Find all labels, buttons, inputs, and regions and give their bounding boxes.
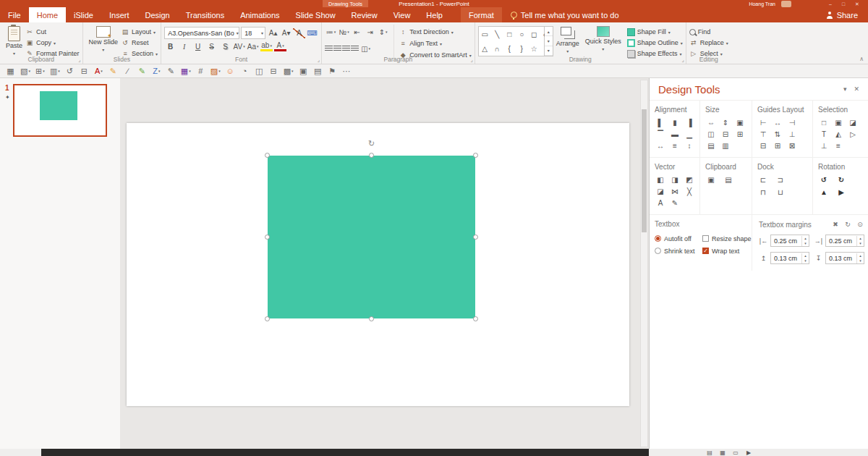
left-margin-input[interactable]: ▴▾	[770, 235, 809, 247]
rotation-handle-icon[interactable]: ↻	[368, 140, 375, 148]
slide-thumbnail[interactable]	[13, 84, 107, 137]
select-shapes-icon[interactable]: ◭	[833, 130, 844, 139]
guide-right-icon[interactable]: ⊣	[786, 118, 798, 127]
crop-icon[interactable]: ╳	[684, 187, 695, 196]
cut-button[interactable]: ✂ Cut	[25, 27, 80, 37]
smart-select-tool-icon[interactable]: ▧▾	[20, 66, 30, 77]
tab-insert[interactable]: Insert	[101, 7, 137, 22]
text-shadow-icon[interactable]: S	[219, 41, 231, 51]
equal-spacing-icon[interactable]: ≡	[669, 141, 681, 151]
tell-me-box[interactable]: Tell me what you want to do	[502, 7, 628, 22]
union-icon[interactable]: ◧	[655, 175, 666, 185]
layout-button[interactable]: ▤ Layout ▾	[121, 27, 158, 37]
match-size-icon[interactable]: ▣	[734, 118, 746, 127]
flag-tool-icon[interactable]: ⚑	[328, 66, 337, 77]
shape-rectangle-icon[interactable]: ▭	[479, 29, 491, 39]
tab-review[interactable]: Review	[344, 7, 386, 22]
scroll-down-icon[interactable]: ▾	[545, 36, 553, 46]
wrap-text-checkbox[interactable]: Wrap text	[702, 245, 750, 257]
bullets-icon[interactable]: ≔▾	[325, 27, 337, 37]
layout-tool-icon[interactable]: ▤	[313, 66, 323, 77]
shape-arc-icon[interactable]: ∩	[491, 43, 503, 54]
eyedropper-tool-icon[interactable]: ✎	[166, 66, 176, 77]
decrease-font-size-icon[interactable]: A▾	[280, 28, 292, 38]
subtract-icon[interactable]: ⋈	[669, 187, 681, 196]
shape-oval-icon[interactable]: ○	[516, 29, 528, 39]
font-family-combobox[interactable]: A3.OpenSans-San (Bo ▾	[164, 27, 239, 39]
edit-points-icon[interactable]: ✎	[669, 198, 681, 208]
resize-handle-ne[interactable]	[473, 153, 478, 158]
line-spacing-icon[interactable]: ⇕▾	[377, 27, 389, 37]
shape-outline-button[interactable]: Shape Outline ▾	[627, 38, 683, 48]
align-right-icon[interactable]	[342, 46, 350, 52]
window-controls[interactable]: – □ ✕	[829, 0, 864, 7]
shape-rounded-rectangle-icon[interactable]: ◻	[528, 29, 540, 39]
dialog-launcher-icon[interactable]: ⌟	[470, 57, 472, 63]
reading-view-icon[interactable]: ▭	[731, 449, 740, 456]
clear-formatting-icon[interactable]: A	[293, 28, 305, 38]
shape-left-brace-icon[interactable]: {	[503, 43, 516, 54]
shape-gallery-scroll[interactable]: ▴ ▾ ▾	[545, 26, 553, 56]
size-options-icon[interactable]: ▥	[720, 141, 731, 151]
rotate-left-icon[interactable]: ↺	[818, 175, 830, 185]
guide-top-icon[interactable]: ⊤	[757, 130, 769, 139]
rotate-right-icon[interactable]: ↻	[835, 175, 847, 185]
text-highlight-color-icon[interactable]: ab▾	[260, 41, 273, 51]
text-vector-icon[interactable]: A	[655, 198, 666, 208]
align-center-icon[interactable]: ▮	[669, 118, 681, 127]
shape-fill-button[interactable]: Shape Fill ▾	[627, 27, 683, 37]
distribute-vertical-icon[interactable]: ↕	[684, 141, 695, 151]
shape-star-icon[interactable]: ☆	[528, 43, 540, 54]
swap-size-icon[interactable]: ▤	[705, 141, 717, 151]
dock-top-icon[interactable]: ⊓	[757, 187, 769, 197]
resize-handle-se[interactable]	[473, 316, 478, 321]
numbering-icon[interactable]: №▾	[338, 27, 350, 37]
columns-icon[interactable]: ◫▾	[359, 43, 372, 54]
flip-horizontal-icon[interactable]: ▶	[835, 187, 847, 197]
pencil-green-tool-icon[interactable]: ✎	[137, 66, 147, 77]
flip-vertical-icon[interactable]: ▲	[818, 187, 830, 197]
resize-shape-checkbox[interactable]: Resize shape	[702, 232, 750, 245]
grid-purple-tool-icon[interactable]: ▦▾	[181, 66, 191, 77]
intersect-icon[interactable]: ◪	[655, 187, 666, 196]
shapes-tool-icon[interactable]: ▩▾	[284, 66, 294, 77]
resize-handle-s[interactable]	[369, 316, 374, 321]
font-size-combobox[interactable]: 18 ▾	[241, 27, 265, 39]
select-same-fill-icon[interactable]: ▣	[833, 118, 844, 127]
dock-left-icon[interactable]: ⊏	[757, 175, 769, 185]
timer-tool-icon[interactable]: ◔	[240, 66, 250, 77]
font-color-tool-icon[interactable]: A▾	[94, 66, 103, 77]
dialog-launcher-icon[interactable]: ⌟	[78, 57, 80, 63]
autofit-off-radio[interactable]: Autofit off	[655, 232, 702, 245]
character-spacing-icon[interactable]: AV▾	[233, 41, 245, 51]
justify-icon[interactable]	[351, 46, 359, 52]
remove-box-tool-icon[interactable]: ⊟	[80, 66, 89, 77]
resize-handle-sw[interactable]	[265, 316, 270, 321]
shape-right-brace-icon[interactable]: }	[516, 43, 528, 54]
panel-menu-icon[interactable]: ▾	[843, 85, 847, 93]
history-tool-icon[interactable]: ↺	[65, 66, 75, 77]
duplicate-tool-icon[interactable]: ▣	[299, 66, 308, 77]
underline-icon[interactable]: U	[192, 41, 204, 51]
align-text-button[interactable]: ≡ Align Text ▾	[399, 38, 472, 48]
number-tool-icon[interactable]: #	[196, 66, 205, 77]
shape-square-icon[interactable]: □	[503, 29, 516, 39]
resize-handle-nw[interactable]	[265, 153, 270, 158]
slide[interactable]: ↻	[127, 123, 629, 406]
italic-icon[interactable]: I	[178, 41, 190, 51]
chart-tool-icon[interactable]: ▥▾	[50, 66, 60, 77]
align-left-icon[interactable]	[325, 46, 333, 52]
dialog-launcher-icon[interactable]: ⌟	[318, 57, 320, 63]
scroll-up-icon[interactable]: ▴	[545, 27, 553, 36]
dock-right-icon[interactable]: ⊐	[775, 175, 786, 185]
shrink-text-radio[interactable]: Shrink text	[655, 245, 702, 257]
right-margin-input[interactable]: ▴▾	[825, 235, 864, 247]
strikethrough-icon[interactable]: S	[205, 41, 218, 51]
smiley-tool-icon[interactable]: ☺	[226, 66, 235, 77]
top-margin-input[interactable]: ▴▾	[770, 252, 809, 264]
guide-bottom-icon[interactable]: ⊥	[786, 130, 798, 139]
resize-handle-n[interactable]	[369, 153, 374, 158]
tab-file[interactable]: File	[0, 7, 29, 22]
select-all-icon[interactable]: ≡	[833, 141, 844, 151]
avatar[interactable]	[781, 1, 791, 7]
